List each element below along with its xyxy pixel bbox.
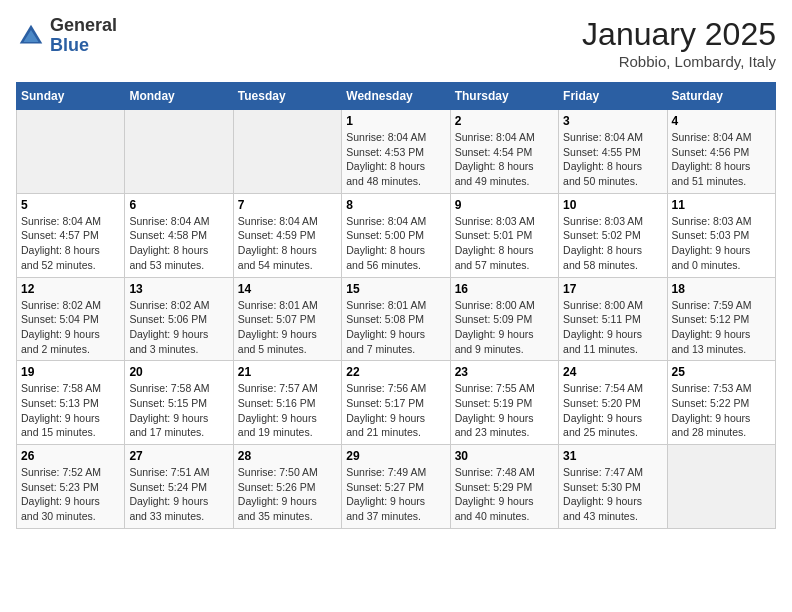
calendar-cell [667,445,775,529]
calendar-cell: 17Sunrise: 8:00 AMSunset: 5:11 PMDayligh… [559,277,667,361]
day-of-week-header: Tuesday [233,83,341,110]
day-number: 12 [21,282,120,296]
day-number: 11 [672,198,771,212]
calendar-cell: 8Sunrise: 8:04 AMSunset: 5:00 PMDaylight… [342,193,450,277]
day-info: Sunrise: 8:04 AMSunset: 4:54 PMDaylight:… [455,130,554,189]
day-info: Sunrise: 7:54 AMSunset: 5:20 PMDaylight:… [563,381,662,440]
calendar-cell: 31Sunrise: 7:47 AMSunset: 5:30 PMDayligh… [559,445,667,529]
day-of-week-header: Sunday [17,83,125,110]
calendar-table: SundayMondayTuesdayWednesdayThursdayFrid… [16,82,776,529]
day-info: Sunrise: 7:52 AMSunset: 5:23 PMDaylight:… [21,465,120,524]
day-number: 27 [129,449,228,463]
day-info: Sunrise: 8:04 AMSunset: 4:59 PMDaylight:… [238,214,337,273]
day-number: 3 [563,114,662,128]
calendar-cell: 2Sunrise: 8:04 AMSunset: 4:54 PMDaylight… [450,110,558,194]
day-info: Sunrise: 8:04 AMSunset: 4:55 PMDaylight:… [563,130,662,189]
day-info: Sunrise: 7:56 AMSunset: 5:17 PMDaylight:… [346,381,445,440]
calendar-cell: 9Sunrise: 8:03 AMSunset: 5:01 PMDaylight… [450,193,558,277]
calendar-cell: 25Sunrise: 7:53 AMSunset: 5:22 PMDayligh… [667,361,775,445]
calendar-cell [125,110,233,194]
day-number: 25 [672,365,771,379]
day-info: Sunrise: 7:59 AMSunset: 5:12 PMDaylight:… [672,298,771,357]
day-number: 6 [129,198,228,212]
day-info: Sunrise: 7:53 AMSunset: 5:22 PMDaylight:… [672,381,771,440]
calendar-cell: 5Sunrise: 8:04 AMSunset: 4:57 PMDaylight… [17,193,125,277]
page-header: General Blue January 2025 Robbio, Lombar… [16,16,776,70]
calendar-cell [233,110,341,194]
day-number: 23 [455,365,554,379]
calendar-cell: 15Sunrise: 8:01 AMSunset: 5:08 PMDayligh… [342,277,450,361]
calendar-cell: 21Sunrise: 7:57 AMSunset: 5:16 PMDayligh… [233,361,341,445]
calendar-cell: 29Sunrise: 7:49 AMSunset: 5:27 PMDayligh… [342,445,450,529]
day-number: 21 [238,365,337,379]
day-info: Sunrise: 8:00 AMSunset: 5:11 PMDaylight:… [563,298,662,357]
day-of-week-header: Friday [559,83,667,110]
day-info: Sunrise: 8:00 AMSunset: 5:09 PMDaylight:… [455,298,554,357]
day-number: 29 [346,449,445,463]
day-number: 17 [563,282,662,296]
day-info: Sunrise: 8:01 AMSunset: 5:07 PMDaylight:… [238,298,337,357]
day-info: Sunrise: 8:01 AMSunset: 5:08 PMDaylight:… [346,298,445,357]
day-info: Sunrise: 7:55 AMSunset: 5:19 PMDaylight:… [455,381,554,440]
calendar-cell: 22Sunrise: 7:56 AMSunset: 5:17 PMDayligh… [342,361,450,445]
day-info: Sunrise: 7:58 AMSunset: 5:13 PMDaylight:… [21,381,120,440]
calendar-cell: 18Sunrise: 7:59 AMSunset: 5:12 PMDayligh… [667,277,775,361]
day-info: Sunrise: 8:04 AMSunset: 5:00 PMDaylight:… [346,214,445,273]
day-info: Sunrise: 8:02 AMSunset: 5:06 PMDaylight:… [129,298,228,357]
day-number: 26 [21,449,120,463]
day-info: Sunrise: 8:02 AMSunset: 5:04 PMDaylight:… [21,298,120,357]
day-number: 28 [238,449,337,463]
logo-icon [16,21,46,51]
calendar-cell: 13Sunrise: 8:02 AMSunset: 5:06 PMDayligh… [125,277,233,361]
calendar-cell: 27Sunrise: 7:51 AMSunset: 5:24 PMDayligh… [125,445,233,529]
calendar-cell: 14Sunrise: 8:01 AMSunset: 5:07 PMDayligh… [233,277,341,361]
calendar-cell: 30Sunrise: 7:48 AMSunset: 5:29 PMDayligh… [450,445,558,529]
calendar-cell: 19Sunrise: 7:58 AMSunset: 5:13 PMDayligh… [17,361,125,445]
calendar-cell: 24Sunrise: 7:54 AMSunset: 5:20 PMDayligh… [559,361,667,445]
day-info: Sunrise: 8:04 AMSunset: 4:53 PMDaylight:… [346,130,445,189]
day-of-week-header: Monday [125,83,233,110]
day-number: 22 [346,365,445,379]
calendar-cell: 3Sunrise: 8:04 AMSunset: 4:55 PMDaylight… [559,110,667,194]
calendar-cell: 28Sunrise: 7:50 AMSunset: 5:26 PMDayligh… [233,445,341,529]
calendar-cell: 16Sunrise: 8:00 AMSunset: 5:09 PMDayligh… [450,277,558,361]
location-subtitle: Robbio, Lombardy, Italy [582,53,776,70]
day-number: 19 [21,365,120,379]
calendar-cell [17,110,125,194]
calendar-cell: 10Sunrise: 8:03 AMSunset: 5:02 PMDayligh… [559,193,667,277]
month-title: January 2025 [582,16,776,53]
calendar-cell: 11Sunrise: 8:03 AMSunset: 5:03 PMDayligh… [667,193,775,277]
day-number: 9 [455,198,554,212]
day-number: 15 [346,282,445,296]
logo-general-text: General [50,15,117,35]
day-info: Sunrise: 8:04 AMSunset: 4:56 PMDaylight:… [672,130,771,189]
day-info: Sunrise: 8:03 AMSunset: 5:03 PMDaylight:… [672,214,771,273]
day-number: 16 [455,282,554,296]
day-number: 14 [238,282,337,296]
calendar-cell: 23Sunrise: 7:55 AMSunset: 5:19 PMDayligh… [450,361,558,445]
day-info: Sunrise: 8:04 AMSunset: 4:57 PMDaylight:… [21,214,120,273]
day-number: 13 [129,282,228,296]
day-number: 1 [346,114,445,128]
day-info: Sunrise: 8:03 AMSunset: 5:02 PMDaylight:… [563,214,662,273]
day-number: 8 [346,198,445,212]
day-info: Sunrise: 7:50 AMSunset: 5:26 PMDaylight:… [238,465,337,524]
day-number: 7 [238,198,337,212]
logo: General Blue [16,16,117,56]
day-info: Sunrise: 7:48 AMSunset: 5:29 PMDaylight:… [455,465,554,524]
day-info: Sunrise: 7:58 AMSunset: 5:15 PMDaylight:… [129,381,228,440]
day-info: Sunrise: 8:04 AMSunset: 4:58 PMDaylight:… [129,214,228,273]
day-of-week-header: Saturday [667,83,775,110]
day-number: 20 [129,365,228,379]
day-info: Sunrise: 8:03 AMSunset: 5:01 PMDaylight:… [455,214,554,273]
calendar-cell: 26Sunrise: 7:52 AMSunset: 5:23 PMDayligh… [17,445,125,529]
calendar-cell: 1Sunrise: 8:04 AMSunset: 4:53 PMDaylight… [342,110,450,194]
calendar-cell: 20Sunrise: 7:58 AMSunset: 5:15 PMDayligh… [125,361,233,445]
day-number: 2 [455,114,554,128]
day-of-week-header: Wednesday [342,83,450,110]
day-number: 31 [563,449,662,463]
calendar-cell: 4Sunrise: 8:04 AMSunset: 4:56 PMDaylight… [667,110,775,194]
calendar-cell: 6Sunrise: 8:04 AMSunset: 4:58 PMDaylight… [125,193,233,277]
day-number: 5 [21,198,120,212]
day-number: 30 [455,449,554,463]
